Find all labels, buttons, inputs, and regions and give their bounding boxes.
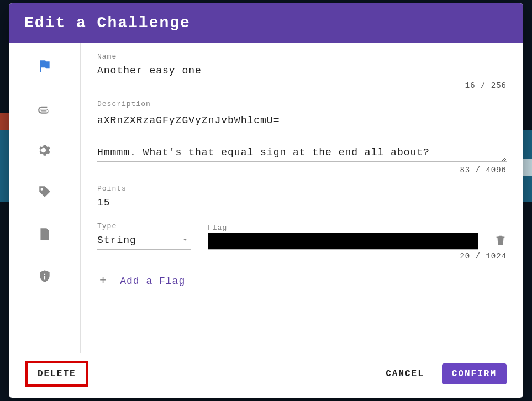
sidebar <box>9 43 81 353</box>
confirm-button[interactable]: CONFIRM <box>442 363 507 384</box>
description-label: Description <box>97 100 507 108</box>
description-counter: 83 / 4096 <box>97 166 507 175</box>
modal-title: Edit a Challenge <box>9 3 523 43</box>
name-counter: 16 / 256 <box>97 81 507 90</box>
add-flag-label: Add a Flag <box>120 276 185 287</box>
flag-input[interactable] <box>208 233 478 250</box>
description-input[interactable] <box>97 109 507 162</box>
flag-counter: 20 / 1024 <box>97 252 507 261</box>
delete-button[interactable]: DELETE <box>28 363 86 384</box>
flag-icon[interactable] <box>38 59 52 73</box>
plus-icon: + <box>99 274 107 288</box>
attachment-icon[interactable] <box>38 101 52 115</box>
name-label: Name <box>97 52 507 61</box>
points-input[interactable] <box>97 194 507 212</box>
trash-icon[interactable] <box>494 233 507 247</box>
tag-icon[interactable] <box>38 185 52 199</box>
add-flag-button[interactable]: + Add a Flag <box>97 274 507 288</box>
edit-challenge-modal: Edit a Challenge Name 16 / 256 Descripti… <box>9 3 523 398</box>
modal-footer: DELETE CANCEL CONFIRM <box>9 353 523 398</box>
name-input[interactable] <box>97 62 507 80</box>
form-content: Name 16 / 256 Description 83 / 4096 Poin… <box>81 43 523 353</box>
cancel-button[interactable]: CANCEL <box>376 363 434 384</box>
flag-label: Flag <box>208 224 478 232</box>
type-label: Type <box>97 222 191 230</box>
delete-highlight: DELETE <box>25 361 88 387</box>
shield-icon[interactable] <box>38 269 52 283</box>
modal-body: Name 16 / 256 Description 83 / 4096 Poin… <box>9 43 523 353</box>
type-select[interactable] <box>97 231 191 250</box>
gear-icon[interactable] <box>38 143 52 157</box>
points-label: Points <box>97 184 507 193</box>
page-icon[interactable] <box>38 227 52 241</box>
